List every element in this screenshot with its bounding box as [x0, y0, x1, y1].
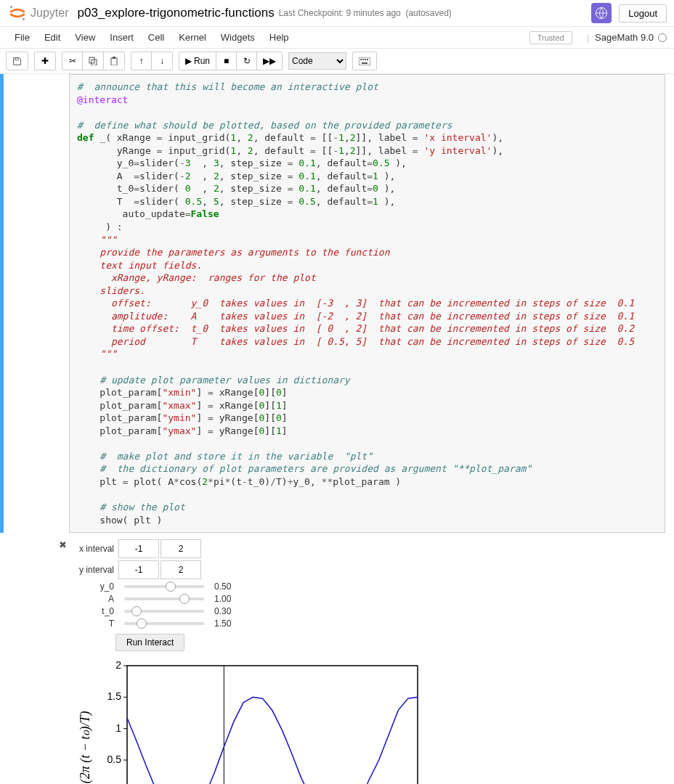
- move-down-button[interactable]: ↓: [152, 52, 172, 70]
- menu-file[interactable]: File: [7, 29, 37, 46]
- logout-button[interactable]: Logout: [619, 4, 667, 23]
- A-slider-row: A 1.00: [69, 594, 674, 604]
- run-interact-button[interactable]: Run Interact: [115, 634, 184, 651]
- y-max-input[interactable]: [161, 560, 201, 579]
- restart-icon: ↻: [243, 56, 251, 66]
- arrow-down-icon: ↓: [160, 56, 164, 66]
- svg-rect-9: [359, 57, 370, 65]
- cut-button[interactable]: ✂: [62, 52, 83, 70]
- y0-value: 0.50: [214, 581, 243, 592]
- svg-point-1: [23, 18, 25, 20]
- code-input[interactable]: # announce that this will become an inte…: [69, 74, 665, 533]
- svg-rect-12: [365, 59, 366, 60]
- y0-slider[interactable]: [124, 585, 204, 588]
- T-value: 1.50: [214, 618, 243, 629]
- svg-rect-8: [113, 57, 115, 59]
- close-icon[interactable]: ✖: [59, 539, 67, 550]
- T-label: T: [69, 618, 114, 629]
- A-label: A: [69, 594, 114, 604]
- insert-cell-button[interactable]: ✚: [35, 52, 55, 70]
- kernel-status-icon: [658, 33, 667, 42]
- menu-edit[interactable]: Edit: [37, 29, 68, 46]
- move-up-button[interactable]: ↑: [131, 52, 152, 70]
- svg-text:2: 2: [115, 659, 121, 671]
- menu-help[interactable]: Help: [262, 29, 296, 46]
- svg-point-0: [10, 6, 12, 8]
- svg-rect-16: [127, 666, 418, 784]
- y-interval-row: y interval: [69, 560, 674, 579]
- paste-button[interactable]: [104, 52, 124, 70]
- copy-icon: [89, 57, 97, 65]
- svg-rect-4: [15, 57, 18, 60]
- y0-label: y_0: [69, 581, 114, 592]
- cell-type-select[interactable]: Code: [288, 52, 346, 70]
- x-interval-row: x interval: [69, 539, 674, 558]
- menu-kernel[interactable]: Kernel: [171, 29, 214, 46]
- svg-rect-10: [360, 59, 362, 60]
- command-palette-button[interactable]: [353, 52, 376, 70]
- svg-rect-13: [367, 59, 368, 60]
- jupyter-logo-icon: [7, 3, 28, 23]
- svg-text:y₀ + A cos(2π (t − t₀)/T): y₀ + A cos(2π (t − t₀)/T): [78, 711, 93, 784]
- A-value: 1.00: [214, 594, 243, 604]
- y-min-input[interactable]: [118, 560, 159, 579]
- scissors-icon: ✂: [69, 56, 76, 66]
- jupyter-label: Jupyter: [31, 7, 68, 20]
- paste-icon: [110, 57, 118, 65]
- t0-slider[interactable]: [124, 610, 204, 613]
- menu-insert[interactable]: Insert: [102, 29, 141, 46]
- t0-label: t_0: [69, 606, 114, 616]
- restart-run-all-button[interactable]: ▶▶: [257, 52, 282, 70]
- notebook-container: # announce that this will become an inte…: [0, 74, 674, 784]
- fast-forward-icon: ▶▶: [263, 56, 276, 66]
- y0-slider-row: y_0 0.50: [69, 581, 674, 592]
- x-min-input[interactable]: [118, 539, 159, 558]
- T-slider[interactable]: [124, 622, 204, 625]
- header: Jupyter p03_explore-trigonometric-functi…: [0, 0, 674, 27]
- plot: y₀ + A cos(2π (t − t₀)/T) -1-0.500.511.5…: [76, 658, 674, 784]
- kernel-name[interactable]: SageMath 9.0: [595, 32, 667, 43]
- notebook-name[interactable]: p03_explore-trigonometric-functions: [77, 6, 274, 20]
- trusted-indicator[interactable]: Trusted: [529, 31, 572, 44]
- y-interval-label: y interval: [69, 565, 114, 575]
- menu-widgets[interactable]: Widgets: [214, 29, 262, 46]
- svg-rect-11: [362, 59, 364, 60]
- A-slider[interactable]: [124, 597, 204, 600]
- arrow-up-icon: ↑: [139, 56, 144, 66]
- restart-button[interactable]: ↻: [237, 52, 257, 70]
- copy-button[interactable]: [83, 52, 104, 70]
- checkpoint-text: Last Checkpoint: 9 minutes ago (autosave…: [279, 8, 452, 18]
- svg-text:1.5: 1.5: [107, 690, 122, 702]
- play-icon: ▶: [185, 56, 192, 66]
- x-interval-label: x interval: [69, 544, 114, 554]
- svg-rect-14: [362, 62, 368, 64]
- T-slider-row: T 1.50: [69, 618, 674, 629]
- svg-text:0.5: 0.5: [107, 754, 122, 765]
- x-max-input[interactable]: [161, 539, 201, 558]
- menu-view[interactable]: View: [68, 29, 102, 46]
- menubar: File Edit View Insert Cell Kernel Widget…: [0, 27, 674, 49]
- run-button[interactable]: ▶Run: [179, 52, 216, 70]
- menu-cell[interactable]: Cell: [141, 29, 171, 46]
- keyboard-icon: [359, 57, 370, 65]
- svg-text:1: 1: [115, 722, 121, 734]
- interrupt-button[interactable]: ■: [216, 52, 237, 70]
- toolbar: ✚ ✂ ↑ ↓ ▶Run ■ ↻ ▶▶ Code: [0, 49, 674, 74]
- svg-rect-7: [111, 58, 117, 65]
- hub-badge-icon[interactable]: [591, 3, 612, 23]
- code-cell[interactable]: # announce that this will become an inte…: [0, 74, 674, 533]
- output-area: ✖ x interval y interval y_0 0.50 A 1.00 …: [69, 533, 674, 784]
- stop-icon: ■: [224, 56, 229, 66]
- save-button[interactable]: [7, 52, 28, 70]
- plus-icon: ✚: [41, 56, 49, 66]
- t0-slider-row: t_0 0.30: [69, 606, 674, 616]
- t0-value: 0.30: [214, 606, 243, 616]
